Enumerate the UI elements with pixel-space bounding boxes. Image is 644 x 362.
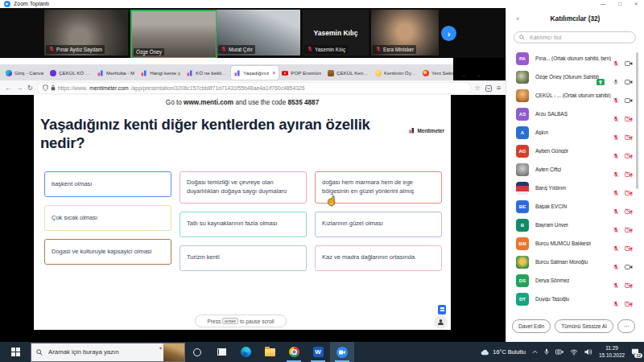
participant-row[interactable]: AAşkın [506, 124, 640, 142]
forward-icon[interactable]: → [16, 84, 23, 92]
participant-search[interactable] [514, 31, 636, 43]
pom-favicon [423, 70, 429, 76]
browser-tab[interactable]: Giriş - Canva [2, 66, 47, 80]
participant-row[interactable]: Burcu Salman Moroğlu [506, 253, 640, 272]
notification-count-badge: 12 [634, 353, 642, 358]
minimize-icon[interactable]: — [601, 1, 606, 6]
invite-button[interactable]: Davet Edin [512, 319, 551, 333]
participant-row[interactable]: DTDuygu Taşoğlu [506, 290, 640, 309]
shield-icon[interactable] [43, 84, 48, 92]
reload-icon[interactable]: ↻ [27, 84, 33, 92]
cortana-button[interactable] [185, 342, 209, 362]
participant-row[interactable]: AGAyben Güngör [506, 142, 640, 161]
browser-tab[interactable]: Hangi kente y [138, 66, 184, 80]
maximize-icon[interactable]: □ [618, 1, 621, 6]
next-videos-button[interactable]: › [441, 26, 456, 41]
participant-row[interactable]: DSDerya Sönmez [506, 272, 640, 290]
avatar: AG [516, 145, 529, 158]
task-view-icon [217, 348, 226, 356]
participant-name: Bayram Unver [535, 222, 568, 228]
participant-name: Aşkın [535, 130, 548, 135]
video-tile[interactable]: Özge Öney [130, 10, 217, 59]
word-button[interactable]: W [306, 342, 330, 362]
microphone-tray-icon[interactable] [544, 348, 549, 356]
participant-row[interactable]: PAPına... (Ortak oturum sahibi, ben) [506, 50, 640, 68]
panel-scrollbar[interactable] [636, 52, 638, 189]
trophy-favicon [328, 70, 334, 76]
back-icon[interactable]: ← [5, 84, 11, 92]
participant-row[interactable]: BBayram Unver [506, 216, 640, 235]
browser-window: Giriş - CanvaÇEKÜL KÖ ÖğMerhoba - MHangi… [0, 58, 506, 342]
answer-card: Tatlı su kaynaklarının fazla olması [180, 212, 307, 237]
action-center-icon[interactable]: 12 [631, 348, 639, 356]
participant-row[interactable]: BMBurcu MUMCU Balıkesir [506, 235, 640, 253]
taskbar-search-input[interactable] [47, 348, 138, 356]
participant-row[interactable]: Barış Yıldırım [506, 179, 640, 198]
pocket-icon[interactable] [485, 80, 492, 95]
chrome-button[interactable] [282, 342, 306, 362]
purple-favicon [50, 70, 56, 76]
slide-question: Yaşadığınız kenti diğer kentlerden ayıra… [40, 116, 443, 152]
menu-hamburger-icon[interactable]: ≡ [497, 84, 501, 92]
menti-participants-icon[interactable] [434, 315, 448, 329]
browser-tab[interactable]: KÖ ne bekliyor [184, 66, 231, 80]
participant-row[interactable]: BEBaşak EVCİN [506, 198, 640, 216]
video-tile[interactable]: Esra Minisker [371, 10, 439, 56]
clock-widget[interactable]: 11:2915.10.2022 [599, 345, 625, 359]
participant-name: Derya Sönmez [535, 278, 569, 283]
weather-widget[interactable]: 16°C Bulutlu [481, 348, 526, 356]
close-icon[interactable]: × [634, 1, 638, 6]
mentimeter-slide: Go to www.menti.com and use the code 853… [34, 95, 451, 330]
sparkle-icon: ✦ [159, 345, 163, 351]
participant-row[interactable]: ASArzu SALBAŞ [506, 105, 640, 124]
browser-tab[interactable]: Kentimin Öykü [372, 66, 419, 80]
mute-all-button[interactable]: Tümünü Sessize Al [555, 319, 613, 333]
answer-grid: başkent olmasıÇok sıcak olmasıDogasi ve … [44, 171, 442, 271]
camera-off-icon [625, 296, 633, 311]
avatar: A [516, 126, 529, 139]
url-field[interactable]: https://www.mentimeter.com/app/presentat… [38, 83, 470, 93]
avatar: PA [516, 52, 529, 65]
video-tile-label: Murat Çıtır [218, 45, 255, 54]
volume-icon[interactable] [584, 348, 592, 356]
wifi-icon[interactable] [570, 349, 578, 356]
search-icon [36, 349, 43, 356]
avatar [516, 182, 529, 195]
video-tile[interactable]: Yasemin KılıçYasemin Kılıç [303, 10, 369, 56]
video-tile[interactable]: Murat Çıtır [217, 10, 300, 56]
participant-row[interactable]: Özge Öney (Oturum Sahibi) [506, 68, 640, 87]
mic-off-icon [221, 46, 227, 53]
bing-daily-image[interactable] [163, 343, 184, 361]
mentimeter-logo-icon [409, 127, 415, 134]
menti-domain: www.menti.com [184, 99, 233, 106]
avatar: DS [516, 274, 529, 287]
video-tile[interactable]: Pınar Aydız Saydam [44, 10, 128, 56]
task-view-button[interactable] [209, 342, 233, 362]
participant-row[interactable]: ÇEKÜL - ... (Ortak oturum sahibi) [506, 87, 640, 105]
browser-tab[interactable]: Yaşadığınız× [231, 66, 279, 80]
more-options-button[interactable]: ⋯ [617, 319, 636, 333]
browser-tab[interactable]: Merhoba - M [94, 66, 138, 80]
participant-name: Özge Öney (Oturum Sahibi) [535, 74, 599, 80]
device-tray-icon[interactable] [555, 349, 564, 355]
tray-expand-icon[interactable] [532, 350, 538, 354]
browser-tab[interactable]: ÇEKÜL Kentim [324, 66, 372, 80]
url-path: /app/presentation/3206c157cbb8f71d71431f… [131, 85, 305, 91]
windows-taskbar: ✦ W 16°C Bulutlu 11:2915.10.2022 [0, 342, 644, 362]
mic-off-icon [48, 46, 55, 53]
browser-tab[interactable]: ÇEKÜL KÖ Öğ [47, 66, 94, 80]
participant-row[interactable]: Ayten Çiftçi [506, 161, 640, 179]
mentimeter-logo: Mentimeter [409, 127, 444, 134]
participant-search-input[interactable] [528, 33, 620, 42]
edge-button[interactable] [233, 342, 258, 362]
taskbar-search[interactable]: ✦ [31, 343, 185, 362]
bookmark-star-icon[interactable]: ☆ [475, 84, 481, 92]
browser-tab[interactable]: POP Enstrüm [279, 66, 324, 80]
menti-favicon [234, 70, 241, 76]
video-tile-label: Özge Öney [134, 48, 164, 56]
tab-close-icon[interactable]: × [272, 70, 275, 76]
start-button[interactable] [0, 342, 31, 362]
screen: Zoom Toplantı — □ × Pınar Aydız SaydamÖz… [0, 0, 644, 362]
file-explorer-button[interactable] [258, 342, 282, 362]
zoom-app-button[interactable] [330, 342, 354, 362]
